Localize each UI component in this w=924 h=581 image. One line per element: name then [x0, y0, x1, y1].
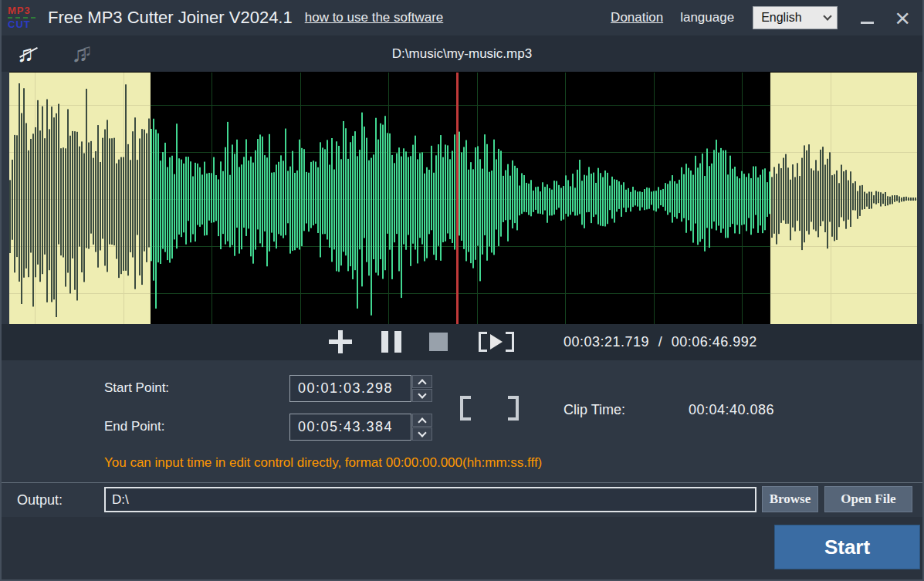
- time-separator: /: [658, 334, 663, 350]
- current-time: 00:03:21.719: [564, 334, 649, 350]
- chevron-down-icon: [823, 12, 831, 20]
- set-end-bracket-button[interactable]: [508, 396, 519, 421]
- minimize-button[interactable]: [858, 6, 878, 29]
- play-selection-button[interactable]: [479, 331, 514, 353]
- end-point-spinner: [412, 414, 432, 441]
- start-spin-down-button[interactable]: [412, 389, 432, 402]
- stop-button[interactable]: [429, 333, 448, 351]
- output-path-input[interactable]: [104, 487, 756, 512]
- play-left-bracket-icon: [479, 332, 487, 352]
- set-start-bracket-button[interactable]: [460, 396, 471, 421]
- app-title: Free MP3 Cutter Joiner V2024.1: [48, 8, 293, 28]
- pause-button[interactable]: [381, 331, 401, 353]
- how-to-use-link[interactable]: how to use the software: [305, 10, 444, 25]
- waveform-panel: [9, 72, 917, 324]
- language-selected-value: English: [761, 11, 801, 25]
- language-label: language: [680, 10, 734, 25]
- clip-panel: Start Point: End Point: Clip Time: 00:04…: [2, 360, 922, 482]
- transport-bar: 00:03:21.719 / 00:06:46.992: [2, 324, 922, 360]
- end-point-label: End Point:: [104, 419, 164, 434]
- donation-link[interactable]: Donation: [611, 10, 663, 25]
- start-point-label: Start Point:: [104, 380, 169, 396]
- cutter-mode-icon[interactable]: ♫: [17, 42, 35, 66]
- waveform-canvas[interactable]: [9, 73, 917, 324]
- play-icon: [490, 334, 503, 350]
- total-time: 00:06:46.992: [672, 334, 757, 350]
- end-spin-up-button[interactable]: [412, 414, 432, 427]
- logo-mp3-text: MP3: [8, 6, 31, 15]
- end-spin-down-button[interactable]: [412, 427, 432, 441]
- clip-time-value: 00:04:40.086: [689, 402, 774, 418]
- start-button[interactable]: Start: [774, 525, 920, 569]
- language-select[interactable]: English: [753, 6, 838, 29]
- add-marker-button[interactable]: [329, 330, 352, 353]
- chevron-up-icon: [418, 417, 426, 426]
- output-label: Output:: [17, 492, 63, 508]
- loaded-file-path: D:\music\my-music.mp3: [2, 35, 922, 72]
- clip-time-label: Clip Time:: [564, 402, 625, 418]
- joiner-mode-icon[interactable]: ♫♫: [72, 42, 90, 66]
- app-logo-icon: MP3 CUT: [8, 2, 40, 33]
- logo-cut-text: CUT: [8, 20, 31, 29]
- time-format-hint: You can input time in edit control direc…: [104, 455, 542, 471]
- close-button[interactable]: ×: [895, 6, 910, 29]
- browse-button[interactable]: Browse: [762, 486, 818, 512]
- output-row: Output: Browse Open File: [2, 482, 922, 517]
- bottom-bar: Start: [2, 517, 922, 579]
- time-display: 00:03:21.719 / 00:06:46.992: [564, 324, 762, 360]
- start-point-spinner: [412, 375, 432, 402]
- open-file-button[interactable]: Open File: [824, 486, 912, 512]
- scissors-icon: [19, 47, 38, 58]
- chevron-up-icon: [418, 379, 426, 387]
- start-point-input[interactable]: [289, 375, 411, 402]
- start-spin-up-button[interactable]: [412, 375, 432, 388]
- chevron-down-icon: [418, 428, 426, 437]
- play-right-bracket-icon: [506, 332, 514, 352]
- chevron-down-icon: [418, 390, 426, 398]
- joiner-second-note-icon: ♫: [80, 39, 93, 62]
- app-window: MP3 CUT Free MP3 Cutter Joiner V2024.1 h…: [0, 0, 924, 581]
- mode-toolbar: ♫ ♫♫ D:\music\my-music.mp3: [2, 35, 922, 72]
- end-point-input[interactable]: [289, 414, 411, 441]
- title-bar: MP3 CUT Free MP3 Cutter Joiner V2024.1 h…: [2, 0, 922, 35]
